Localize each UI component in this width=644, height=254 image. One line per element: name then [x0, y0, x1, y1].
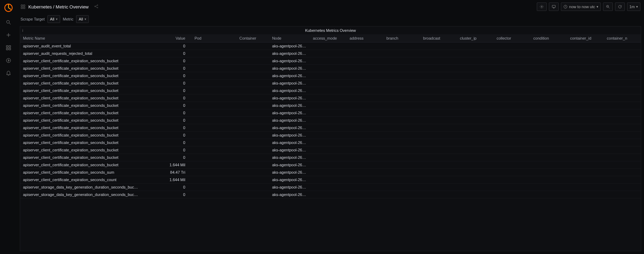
table-cell [604, 50, 641, 57]
column-header[interactable]: container_n [604, 34, 641, 42]
table-cell: apiserver_audit_event_total [20, 42, 151, 50]
table-cell [457, 146, 494, 154]
table-cell [567, 87, 604, 94]
table-row[interactable]: apiserver_client_certificate_expiration_… [20, 102, 641, 109]
table-cell: 0 [151, 124, 191, 132]
table-cell [192, 169, 237, 176]
table-cell [237, 191, 269, 198]
table-cell [530, 109, 567, 117]
table-cell: 0 [151, 72, 191, 80]
plus-icon[interactable] [5, 32, 12, 38]
scrape-target-select[interactable]: All ▾ [47, 15, 60, 23]
table-cell [420, 132, 457, 139]
panel-title[interactable]: Kubernetes Metrics Overview [20, 28, 641, 33]
table-cell [604, 169, 641, 176]
table-row[interactable]: apiserver_storage_data_key_generation_du… [20, 184, 641, 191]
column-header[interactable]: broadcast [420, 34, 457, 42]
table-cell [494, 102, 530, 109]
table-cell: apiserver_audit_requests_rejected_total [20, 50, 151, 57]
column-header[interactable]: branch [384, 34, 420, 42]
table-cell: apiserver_client_certificate_expiration_… [20, 80, 151, 87]
svg-rect-12 [21, 5, 23, 6]
table-cell [237, 57, 269, 65]
table-row[interactable]: apiserver_client_certificate_expiration_… [20, 65, 641, 72]
table-row[interactable]: apiserver_client_certificate_expiration_… [20, 154, 641, 161]
column-header[interactable]: collector [494, 34, 530, 42]
time-range-picker[interactable]: now to now utc ▾ [561, 2, 600, 11]
table-cell [347, 65, 384, 72]
table-row[interactable]: apiserver_client_certificate_expiration_… [20, 139, 641, 146]
table-row[interactable]: apiserver_client_certificate_expiration_… [20, 146, 641, 154]
table-cell [530, 154, 567, 161]
table-cell: 0 [151, 94, 191, 102]
alerting-icon[interactable] [5, 70, 12, 76]
table-cell: aks-agentpool-269… [269, 146, 310, 154]
metric-select[interactable]: All ▾ [76, 15, 88, 23]
monitor-button[interactable] [549, 2, 559, 11]
table-cell [530, 87, 567, 94]
chevron-down-icon: ▾ [597, 5, 598, 8]
search-icon[interactable] [5, 19, 12, 25]
column-header[interactable]: Node [269, 34, 310, 42]
table-cell: aks-agentpool-269… [269, 57, 310, 65]
column-header[interactable]: Metric Name [20, 34, 151, 42]
table-row[interactable]: apiserver_storage_data_key_generation_du… [20, 191, 641, 198]
table-row[interactable]: apiserver_client_certificate_expiration_… [20, 161, 641, 169]
svg-line-19 [95, 5, 97, 6]
table-cell [567, 124, 604, 132]
table-cell: apiserver_client_certificate_expiration_… [20, 139, 151, 146]
table-row[interactable]: apiserver_client_certificate_expiration_… [20, 176, 641, 184]
table-cell [530, 169, 567, 176]
table-cell [237, 169, 269, 176]
table-row[interactable]: apiserver_client_certificate_expiration_… [20, 132, 641, 139]
panel-info-icon[interactable]: i [22, 29, 23, 33]
table-cell [530, 161, 567, 169]
table-cell [567, 109, 604, 117]
grafana-logo-icon[interactable] [4, 3, 13, 13]
table-cell [457, 50, 494, 57]
table-cell [567, 65, 604, 72]
explore-icon[interactable] [5, 57, 12, 64]
table-cell: apiserver_client_certificate_expiration_… [20, 57, 151, 65]
table-cell [347, 80, 384, 87]
metric-label: Metric [63, 17, 74, 21]
table-row[interactable]: apiserver_client_certificate_expiration_… [20, 87, 641, 94]
table-cell: aks-agentpool-269… [269, 154, 310, 161]
table-cell [192, 161, 237, 169]
column-header[interactable]: Pod [192, 34, 237, 42]
table-cell [457, 176, 494, 184]
table-cell [604, 154, 641, 161]
table-cell [494, 139, 530, 146]
table-cell: 0 [151, 42, 191, 50]
dashboard-title[interactable]: Kubernetes / Metric Overview [28, 4, 89, 10]
column-header[interactable]: access_mode [310, 34, 347, 42]
table-row[interactable]: apiserver_client_certificate_expiration_… [20, 94, 641, 102]
column-header[interactable]: address [347, 34, 384, 42]
table-row[interactable]: apiserver_audit_requests_rejected_total0… [20, 50, 641, 57]
refresh-interval-picker[interactable]: 1m ▾ [627, 2, 640, 11]
table-cell [237, 184, 269, 191]
table-row[interactable]: apiserver_client_certificate_expiration_… [20, 124, 641, 132]
table-cell: apiserver_client_certificate_expiration_… [20, 117, 151, 124]
column-header[interactable]: container_id [567, 34, 604, 42]
column-header[interactable]: Value [151, 34, 191, 42]
settings-button[interactable] [537, 2, 547, 11]
table-row[interactable]: apiserver_client_certificate_expiration_… [20, 169, 641, 176]
table-cell [237, 124, 269, 132]
table-row[interactable]: apiserver_client_certificate_expiration_… [20, 109, 641, 117]
table-row[interactable]: apiserver_client_certificate_expiration_… [20, 57, 641, 65]
dashboards-icon[interactable] [5, 45, 12, 51]
table-cell [530, 65, 567, 72]
zoom-out-button[interactable] [603, 2, 613, 11]
refresh-button[interactable] [615, 2, 625, 11]
chevron-down-icon: ▾ [56, 17, 58, 21]
column-header[interactable]: Container [237, 34, 269, 42]
table-row[interactable]: apiserver_audit_event_total0aks-agentpoo… [20, 42, 641, 50]
share-icon[interactable] [94, 4, 99, 10]
column-header[interactable]: condition [530, 34, 567, 42]
table-cell [192, 117, 237, 124]
table-row[interactable]: apiserver_client_certificate_expiration_… [20, 72, 641, 80]
table-row[interactable]: apiserver_client_certificate_expiration_… [20, 117, 641, 124]
column-header[interactable]: cluster_ip [457, 34, 494, 42]
table-row[interactable]: apiserver_client_certificate_expiration_… [20, 80, 641, 87]
